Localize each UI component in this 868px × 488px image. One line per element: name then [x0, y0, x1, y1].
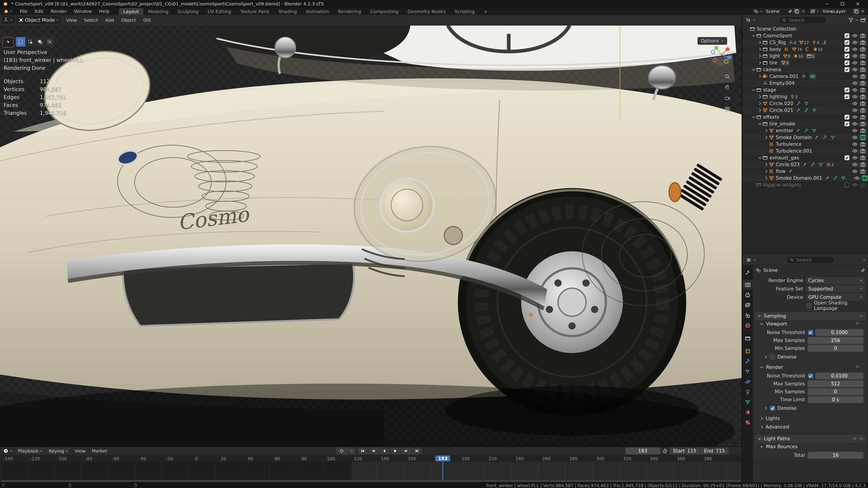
- mode-dropdown[interactable]: Object Mode: [16, 16, 62, 24]
- editor-type-button[interactable]: [744, 16, 757, 24]
- render-checkbox[interactable]: [844, 134, 850, 140]
- outliner-row[interactable]: body 74 10: [743, 46, 868, 53]
- disable-render-toggle[interactable]: [860, 148, 866, 154]
- hide-viewport-toggle[interactable]: [852, 134, 858, 140]
- tweak-tool-button[interactable]: [2, 37, 13, 47]
- disclosure-icon[interactable]: [751, 183, 756, 187]
- disclosure-icon[interactable]: [757, 121, 763, 126]
- workspace-tab[interactable]: Rendering: [334, 8, 366, 15]
- outliner-row[interactable]: Circle.023 2: [743, 161, 868, 168]
- disclosure-icon[interactable]: [764, 128, 769, 133]
- disable-render-toggle[interactable]: [860, 155, 866, 161]
- feature-set-dropdown[interactable]: Supported: [806, 285, 865, 293]
- auto-key-dropdown[interactable]: [348, 448, 355, 454]
- hide-viewport-toggle[interactable]: [854, 175, 860, 181]
- outliner-row[interactable]: stage: [743, 87, 868, 93]
- preset-list-icon[interactable]: [852, 436, 857, 441]
- disable-render-toggle[interactable]: [860, 53, 866, 59]
- outliner-row[interactable]: CosmoSport: [743, 32, 868, 39]
- hide-viewport-toggle[interactable]: [852, 39, 858, 45]
- render-checkbox[interactable]: [844, 46, 850, 52]
- timeline-playhead[interactable]: 183: [442, 455, 443, 480]
- disclosure-icon[interactable]: [764, 135, 769, 140]
- hide-viewport-toggle[interactable]: [852, 141, 858, 147]
- zoom-icon[interactable]: [724, 74, 730, 79]
- outliner-row[interactable]: Rigacar widgets: [743, 182, 868, 188]
- new-collection-icon[interactable]: [860, 17, 866, 23]
- remove-viewlayer-button[interactable]: [861, 9, 865, 13]
- start-frame-field[interactable]: Start115: [670, 448, 700, 454]
- time-limit-field[interactable]: 0 s: [808, 396, 864, 403]
- viewport-subpanel-header[interactable]: Viewport: [755, 320, 866, 328]
- outliner-row[interactable]: effexts: [743, 114, 868, 121]
- minimize-button[interactable]: [825, 1, 830, 6]
- scene-selector[interactable]: Scene: [752, 8, 807, 14]
- lights-row[interactable]: Lights: [760, 415, 864, 422]
- pan-icon[interactable]: [724, 85, 730, 90]
- properties-search[interactable]: [786, 256, 834, 264]
- outliner-row[interactable]: Turbulence.001: [743, 148, 868, 154]
- outliner-row[interactable]: light 8 10 5: [743, 53, 868, 60]
- drag-dots-icon[interactable]: [859, 314, 864, 318]
- next-keyframe-button[interactable]: [401, 448, 411, 454]
- render-checkbox[interactable]: [844, 162, 850, 167]
- viewport-menu-item[interactable]: GIS: [141, 18, 154, 23]
- properties-tab[interactable]: [743, 397, 753, 407]
- outliner-row[interactable]: Circle.020: [743, 100, 868, 107]
- outliner-row[interactable]: flow: [743, 168, 868, 175]
- disable-render-toggle[interactable]: [860, 121, 866, 127]
- disable-render-toggle[interactable]: [860, 107, 866, 113]
- disclosure-icon[interactable]: [757, 40, 763, 45]
- disable-render-toggle[interactable]: [860, 39, 866, 45]
- render-checkbox[interactable]: [844, 128, 850, 134]
- navigation-gizmo[interactable]: [710, 43, 733, 66]
- light-paths-panel-header[interactable]: Light Paths: [755, 435, 866, 443]
- min-samples-field[interactable]: 0: [808, 388, 864, 395]
- select-mode-group[interactable]: [16, 37, 55, 46]
- jump-end-button[interactable]: [412, 448, 422, 454]
- disable-render-toggle[interactable]: [860, 128, 866, 134]
- device-dropdown[interactable]: GPU Compute: [806, 293, 865, 301]
- render-checkbox[interactable]: [844, 60, 850, 66]
- render-checkbox[interactable]: [844, 39, 850, 45]
- disable-render-toggle[interactable]: [860, 134, 866, 140]
- jump-start-button[interactable]: [358, 448, 368, 454]
- hide-viewport-toggle[interactable]: [852, 80, 858, 86]
- editor-type-button[interactable]: [745, 256, 757, 264]
- viewlayer-selector[interactable]: ViewLayer: [809, 8, 866, 14]
- workspace-tab[interactable]: Compositing: [366, 8, 403, 15]
- render-checkbox[interactable]: [844, 114, 850, 120]
- properties-tab[interactable]: [743, 366, 753, 377]
- noise-threshold-checkbox[interactable]: [808, 373, 813, 379]
- pin-icon[interactable]: [860, 268, 865, 273]
- hide-viewport-toggle[interactable]: [852, 87, 858, 93]
- disable-render-toggle[interactable]: [860, 80, 866, 86]
- hide-viewport-toggle[interactable]: [852, 168, 858, 174]
- render-checkbox[interactable]: [844, 141, 850, 147]
- render-checkbox[interactable]: [844, 33, 850, 39]
- disclosure-icon[interactable]: [757, 74, 763, 79]
- noise-threshold-field[interactable]: 0.1000: [815, 329, 864, 336]
- outliner-search[interactable]: [779, 17, 826, 24]
- viewport-menu-item[interactable]: Select: [82, 18, 101, 23]
- new-viewlayer-button[interactable]: [853, 9, 860, 14]
- disable-render-toggle[interactable]: [860, 182, 866, 188]
- noise-threshold-field[interactable]: 0.0100: [815, 372, 864, 379]
- disclosure-icon[interactable]: [751, 67, 756, 72]
- search-input[interactable]: [788, 17, 823, 23]
- outliner-row[interactable]: camera: [743, 66, 868, 73]
- hide-viewport-toggle[interactable]: [852, 182, 858, 188]
- outliner-row[interactable]: Smoke Domain: [743, 134, 868, 141]
- disclosure-icon[interactable]: [757, 47, 763, 52]
- timeline-ruler[interactable]: -140-120-100-80-60-40-200204060801001201…: [0, 455, 742, 462]
- properties-tab[interactable]: [743, 268, 753, 278]
- camera-view-icon[interactable]: [724, 95, 730, 101]
- render-checkbox[interactable]: [844, 53, 850, 59]
- timeline-scrollbar[interactable]: [1, 480, 741, 482]
- hide-viewport-toggle[interactable]: [852, 33, 858, 39]
- properties-tab[interactable]: [743, 387, 753, 397]
- render-checkbox[interactable]: [844, 87, 850, 93]
- render-checkbox[interactable]: [846, 175, 852, 181]
- disclosure-icon[interactable]: [757, 155, 763, 160]
- disable-render-toggle[interactable]: [860, 168, 866, 174]
